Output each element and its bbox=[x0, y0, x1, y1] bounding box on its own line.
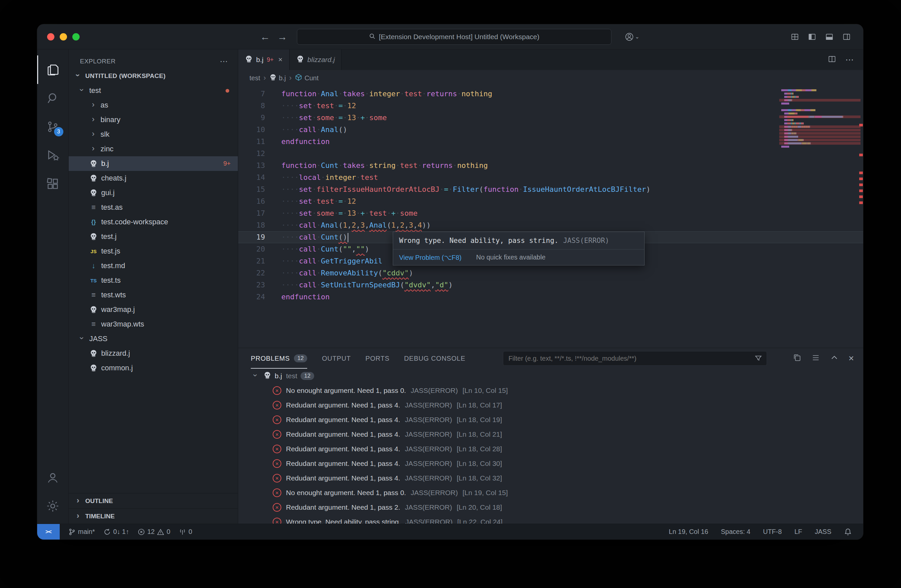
problem-row-6[interactable]: ×Redudant argument. Need 1, pass 4.JASS(… bbox=[238, 456, 863, 471]
tree-item-blizzard.j[interactable]: blizzard.j bbox=[69, 346, 238, 361]
open-in-editor-icon[interactable] bbox=[793, 353, 801, 363]
accounts-icon[interactable] bbox=[37, 463, 69, 492]
problem-row-7[interactable]: ×Redudant argument. Need 1, pass 4.JASS(… bbox=[238, 471, 863, 485]
code-line-8[interactable]: 8····set·test·=·12 bbox=[238, 100, 863, 112]
tree-item-test[interactable]: ›test bbox=[69, 83, 238, 98]
problem-row-10[interactable]: ×Wrong type. Need ability, pass string.J… bbox=[238, 515, 863, 524]
code-line-7[interactable]: 7function·Anal·takes·integer·test·return… bbox=[238, 88, 863, 100]
breadcrumb-item-b.j[interactable]: b.j bbox=[270, 74, 286, 83]
tree-item-slk[interactable]: ›slk bbox=[69, 127, 238, 142]
code-line-14[interactable]: 14····local·integer·test bbox=[238, 172, 863, 184]
problem-row-1[interactable]: ×No enought argument. Need 1, pass 0.JAS… bbox=[238, 383, 863, 398]
breadcrumb-item-test[interactable]: test bbox=[249, 74, 260, 82]
zoom-window-button[interactable] bbox=[72, 33, 80, 41]
tree-item-cheats.j[interactable]: cheats.j bbox=[69, 171, 238, 186]
close-tab-icon[interactable]: × bbox=[278, 55, 283, 64]
source-control-icon[interactable]: 3 bbox=[37, 112, 69, 141]
problems-file-group[interactable]: › b.j test 12 bbox=[238, 369, 863, 383]
code-line-18[interactable]: 18····call·Anal(1,2,3,Anal(1,2,3,4)) bbox=[238, 219, 863, 231]
maximize-panel-icon[interactable] bbox=[830, 353, 839, 363]
toggle-secondary-sidebar-icon[interactable] bbox=[842, 32, 851, 42]
code-line-11[interactable]: 11endfunction bbox=[238, 136, 863, 148]
outline-section[interactable]: › OUTLINE bbox=[69, 493, 238, 508]
code-line-9[interactable]: 9····set·some·=·13·+·some bbox=[238, 112, 863, 124]
command-center[interactable]: [Extension Development Host] Untitled (W… bbox=[297, 29, 611, 45]
problem-row-2[interactable]: ×Redudant argument. Need 1, pass 4.JASS(… bbox=[238, 398, 863, 412]
problem-row-4[interactable]: ×Redudant argument. Need 1, pass 4.JASS(… bbox=[238, 427, 863, 442]
code-line-24[interactable]: 24endfunction bbox=[238, 291, 863, 303]
minimize-window-button[interactable] bbox=[60, 33, 67, 41]
close-panel-icon[interactable]: × bbox=[849, 354, 854, 363]
settings-gear-icon[interactable] bbox=[37, 492, 69, 520]
remote-indicator[interactable]: >< bbox=[37, 524, 60, 540]
panel-tab-debug-console[interactable]: DEBUG CONSOLE bbox=[404, 348, 465, 369]
problem-row-9[interactable]: ×Redudant argument. Need 1, pass 2.JASS(… bbox=[238, 500, 863, 515]
problems-status[interactable]: 12 0 bbox=[138, 528, 170, 536]
problems-filter-input[interactable] bbox=[503, 351, 767, 366]
toggle-panel-icon[interactable] bbox=[825, 32, 834, 42]
forward-button[interactable]: → bbox=[277, 31, 287, 42]
ports-status[interactable]: 0 bbox=[179, 528, 192, 536]
minimap[interactable] bbox=[781, 89, 856, 149]
profile-icon[interactable] bbox=[625, 33, 634, 41]
problems-filter[interactable] bbox=[503, 351, 767, 366]
tree-item-JASS[interactable]: ›JASS bbox=[69, 332, 238, 346]
code-line-23[interactable]: 23····call·SetUnitTurnSpeedBJ("dvdv","d"… bbox=[238, 279, 863, 291]
tree-item-war3map.j[interactable]: war3map.j bbox=[69, 302, 238, 317]
code-line-17[interactable]: 17····set·some·=·13·+·test·+·some bbox=[238, 207, 863, 219]
code-line-15[interactable]: 15····set·filterIssueHauntOrderAtLocBJ·=… bbox=[238, 184, 863, 195]
toggle-sidebar-icon[interactable] bbox=[807, 32, 817, 42]
view-as-table-icon[interactable] bbox=[811, 353, 820, 363]
view-problem-link[interactable]: View Problem (⌥F8) bbox=[399, 254, 461, 262]
tree-item-b.j[interactable]: b.j9+ bbox=[69, 156, 238, 171]
editor-more-icon[interactable]: ⋯ bbox=[845, 55, 854, 65]
editor[interactable]: 7function·Anal·takes·integer·test·return… bbox=[238, 86, 863, 348]
eol-status[interactable]: LF bbox=[795, 528, 802, 536]
panel-tab-output[interactable]: OUTPUT bbox=[322, 348, 351, 369]
split-editor-icon[interactable] bbox=[827, 55, 837, 65]
tree-item-war3map.wts[interactable]: ≡war3map.wts bbox=[69, 317, 238, 332]
tree-item-test.j[interactable]: test.j bbox=[69, 229, 238, 244]
problem-row-3[interactable]: ×Redudant argument. Need 1, pass 4.JASS(… bbox=[238, 412, 863, 427]
code-line-10[interactable]: 10····call·Anal() bbox=[238, 124, 863, 136]
back-button[interactable]: ← bbox=[260, 31, 270, 42]
close-window-button[interactable] bbox=[47, 33, 55, 41]
breadcrumb-item-Cunt[interactable]: Cunt bbox=[295, 74, 318, 83]
tree-item-common.j[interactable]: common.j bbox=[69, 361, 238, 375]
tree-item-test.ts[interactable]: TStest.ts bbox=[69, 273, 238, 288]
tree-item-test.wts[interactable]: ≡test.wts bbox=[69, 288, 238, 302]
tree-item-binary[interactable]: ›binary bbox=[69, 112, 238, 127]
problem-row-8[interactable]: ×No enought argument. Need 1, pass 0.JAS… bbox=[238, 485, 863, 500]
workspace-header[interactable]: › UNTITLED (WORKSPACE) bbox=[69, 69, 238, 83]
sync-status[interactable]: 0↓ 1↑ bbox=[103, 528, 129, 536]
encoding-status[interactable]: UTF-8 bbox=[763, 528, 782, 536]
tree-item-test.as[interactable]: ≡test.as bbox=[69, 200, 238, 215]
branch-status[interactable]: main* bbox=[69, 528, 95, 536]
tree-item-test.code-workspace[interactable]: {}test.code-workspace bbox=[69, 215, 238, 229]
explorer-icon[interactable] bbox=[37, 55, 69, 84]
code-line-22[interactable]: 22····call·RemoveAbility("cddv") bbox=[238, 267, 863, 279]
notifications-bell-icon[interactable] bbox=[844, 528, 852, 536]
search-view-icon[interactable] bbox=[37, 84, 69, 112]
language-mode[interactable]: JASS bbox=[815, 528, 831, 536]
cursor-position[interactable]: Ln 19, Col 16 bbox=[669, 528, 708, 536]
code-line-16[interactable]: 16····set·test·=·12 bbox=[238, 195, 863, 207]
sidebar-more-icon[interactable]: ⋯ bbox=[220, 57, 228, 66]
indentation-status[interactable]: Spaces: 4 bbox=[721, 528, 750, 536]
problem-row-5[interactable]: ×Redudant argument. Need 1, pass 4.JASS(… bbox=[238, 442, 863, 456]
extensions-icon[interactable] bbox=[37, 170, 69, 198]
filter-icon[interactable] bbox=[754, 354, 762, 364]
code-line-12[interactable]: 12 bbox=[238, 148, 863, 160]
tree-item-gui.j[interactable]: gui.j bbox=[69, 186, 238, 200]
tree-item-test.md[interactable]: ↓test.md bbox=[69, 259, 238, 273]
panel-tab-problems[interactable]: PROBLEMS12 bbox=[251, 348, 307, 369]
tab-blizzard.j[interactable]: blizzard.j bbox=[290, 50, 342, 70]
tree-item-zinc[interactable]: ›zinc bbox=[69, 142, 238, 156]
customize-layout-icon[interactable] bbox=[790, 32, 800, 42]
tree-item-as[interactable]: ›as bbox=[69, 98, 238, 112]
timeline-section[interactable]: › TIMELINE bbox=[69, 508, 238, 524]
tab-b.j[interactable]: b.j9+× bbox=[238, 50, 290, 70]
tree-item-test.js[interactable]: JStest.js bbox=[69, 244, 238, 259]
run-debug-icon[interactable] bbox=[37, 141, 69, 170]
panel-tab-ports[interactable]: PORTS bbox=[366, 348, 390, 369]
